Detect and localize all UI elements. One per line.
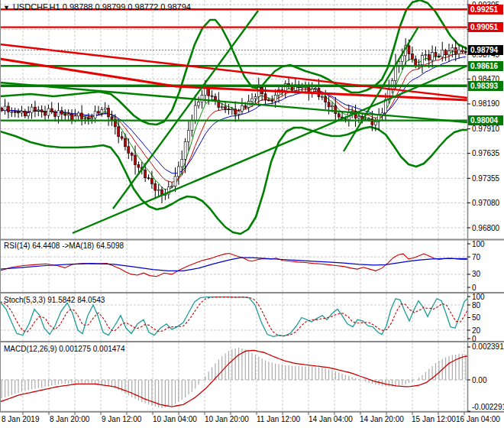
trading-chart-window: ▼USDCHF,H1 0.98788 0.98799 0.98772 0.987… [0,0,504,428]
chart-canvas[interactable] [0,0,504,428]
